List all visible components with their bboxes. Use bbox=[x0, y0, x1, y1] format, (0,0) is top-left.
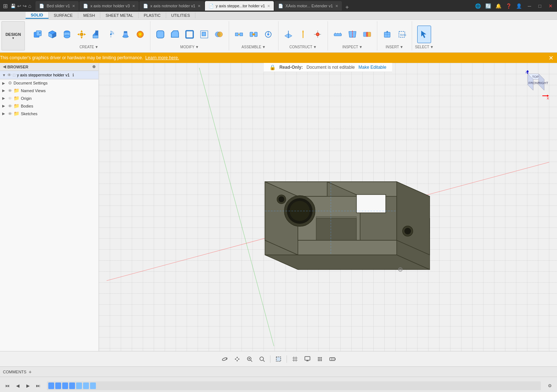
display-settings-button[interactable] bbox=[302, 354, 313, 364]
root-expand-icon[interactable]: ▼ bbox=[2, 73, 6, 77]
new-component-button[interactable] bbox=[31, 26, 45, 43]
browser-item-named-views[interactable]: ▶ 👁 📁 Named Views bbox=[0, 87, 98, 94]
sync-icon[interactable]: 🔄 bbox=[485, 3, 491, 9]
window-select-button[interactable] bbox=[273, 354, 284, 364]
globe-icon[interactable]: 🌐 bbox=[475, 3, 481, 9]
scale-button[interactable] bbox=[197, 26, 211, 43]
tab-solid[interactable]: SOLID bbox=[26, 12, 49, 19]
browser-add-icon[interactable]: ⊕ bbox=[92, 64, 96, 69]
close-button[interactable]: ✕ bbox=[547, 3, 554, 9]
fillet-button[interactable] bbox=[153, 26, 167, 43]
timeline-marker[interactable] bbox=[48, 382, 54, 389]
design-dropdown-button[interactable]: DESIGN ▼ bbox=[1, 21, 25, 50]
tab-sheet-metal[interactable]: SHEET METAL bbox=[100, 12, 138, 18]
select-dropdown-icon[interactable]: ▼ bbox=[430, 45, 434, 49]
home-icon[interactable]: ⌂ bbox=[28, 3, 31, 9]
cylinder-button[interactable] bbox=[60, 26, 74, 43]
browser-back-icon[interactable]: ◀ bbox=[3, 64, 6, 69]
timeline-marker[interactable] bbox=[90, 382, 96, 389]
viewport[interactable]: 🔒 Read-Only: Document is not editable Ma… bbox=[99, 63, 557, 351]
pan-button[interactable] bbox=[232, 354, 242, 364]
interference-button[interactable] bbox=[360, 26, 374, 43]
shell-button[interactable] bbox=[183, 26, 197, 43]
redo-icon[interactable]: ↪ bbox=[23, 3, 27, 9]
more-display-button[interactable] bbox=[327, 354, 337, 364]
tab-close-icon[interactable]: ✕ bbox=[72, 4, 75, 8]
browser-item-bodies[interactable]: ▶ 👁 📁 Bodies bbox=[0, 102, 98, 110]
app-grid-icon[interactable]: ⊞ bbox=[3, 3, 8, 10]
inspect-dropdown-icon[interactable]: ▼ bbox=[359, 45, 363, 49]
timeline-prev-button[interactable]: ◀ bbox=[13, 381, 22, 390]
timeline-marker[interactable] bbox=[83, 382, 89, 389]
tab-close-icon[interactable]: ✕ bbox=[267, 4, 270, 8]
tab-mesh[interactable]: MESH bbox=[78, 12, 101, 18]
joint-button[interactable] bbox=[232, 26, 246, 43]
browser-item-sketches[interactable]: ▶ 👁 📁 Sketches bbox=[0, 110, 98, 117]
timeline-settings-button[interactable]: ⚙ bbox=[545, 381, 554, 390]
tab-close-icon[interactable]: ✕ bbox=[198, 4, 201, 8]
insert-dropdown-icon[interactable]: ▼ bbox=[400, 45, 403, 49]
plane-button[interactable] bbox=[281, 26, 295, 43]
chamfer-button[interactable] bbox=[168, 26, 182, 43]
user-icon[interactable]: 👤 bbox=[516, 3, 522, 9]
insert-svg-button[interactable]: SVG bbox=[395, 26, 409, 43]
maximize-button[interactable]: □ bbox=[537, 3, 543, 9]
tab-y-stepper[interactable]: 📄 y axis steppe...tor holder v1 ✕ bbox=[205, 1, 274, 11]
combine-button[interactable] bbox=[212, 26, 226, 43]
loft-button[interactable] bbox=[119, 26, 132, 43]
tab-plastic[interactable]: PLASTIC bbox=[139, 12, 166, 18]
undo-icon[interactable]: ↩ bbox=[17, 3, 21, 9]
bell-icon[interactable]: 🔔 bbox=[496, 3, 501, 9]
notification-link[interactable]: Learn more here. bbox=[145, 55, 179, 60]
new-tab-button[interactable]: + bbox=[343, 4, 352, 11]
expand-icon[interactable]: ▶ bbox=[2, 81, 7, 85]
tab-xaxis-extender[interactable]: 📄 XAxis motor... Extender v1 ✕ bbox=[274, 1, 342, 11]
root-eye-icon[interactable]: 👁 bbox=[7, 73, 11, 77]
revolve-button[interactable] bbox=[104, 26, 118, 43]
expand-icon[interactable]: ▶ bbox=[2, 96, 7, 100]
tab-surface[interactable]: SURFACE bbox=[49, 12, 78, 18]
timeline-marker[interactable] bbox=[55, 382, 61, 389]
extrude-button[interactable] bbox=[89, 26, 103, 43]
notification-close-button[interactable]: ✕ bbox=[549, 54, 553, 61]
eye-icon[interactable]: 👁 bbox=[8, 88, 12, 93]
point-button[interactable] bbox=[311, 26, 325, 43]
modify-dropdown-icon[interactable]: ▼ bbox=[195, 45, 199, 49]
add-comment-button[interactable]: + bbox=[29, 369, 31, 375]
browser-item-origin[interactable]: ▶ 👁 📁 Origin bbox=[0, 94, 98, 102]
box-button[interactable] bbox=[45, 26, 59, 43]
make-editable-button[interactable]: Make Editable bbox=[359, 65, 386, 70]
drive-button[interactable] bbox=[261, 26, 275, 43]
timeline-start-button[interactable]: ⏮ bbox=[3, 381, 12, 390]
construct-dropdown-icon[interactable]: ▼ bbox=[313, 45, 317, 49]
move-button[interactable] bbox=[75, 26, 89, 43]
timeline-marker[interactable] bbox=[76, 382, 82, 389]
grid-toggle-button[interactable] bbox=[290, 354, 300, 364]
assemble-dropdown-icon[interactable]: ▼ bbox=[262, 45, 266, 49]
timeline-play-button[interactable]: ▶ bbox=[23, 381, 32, 390]
expand-icon[interactable]: ▶ bbox=[2, 104, 7, 108]
root-info-icon[interactable]: ℹ bbox=[72, 73, 74, 78]
tab-close-icon[interactable]: ✕ bbox=[335, 4, 338, 8]
minimize-button[interactable]: ─ bbox=[526, 3, 532, 9]
zoom-button[interactable] bbox=[244, 354, 255, 364]
nav-cube[interactable]: X TOP FRONT RIGHT Z bbox=[520, 70, 550, 99]
eye-icon[interactable]: 👁 bbox=[8, 96, 12, 101]
tab-x-motor[interactable]: 📄 x axis motor holder v3 ✕ bbox=[79, 1, 139, 11]
measure-button[interactable] bbox=[331, 26, 345, 43]
eye-icon[interactable]: 👁 bbox=[8, 104, 12, 108]
browser-item-document-settings[interactable]: ▶ ⚙ Document Settings bbox=[0, 79, 98, 87]
timeline-end-button[interactable]: ⏭ bbox=[34, 381, 42, 390]
browser-root-item[interactable]: ▼ 👁 □ y axis steppermotor holder v1 ℹ bbox=[0, 71, 98, 79]
timeline-track[interactable] bbox=[47, 381, 541, 390]
create-dropdown-icon[interactable]: ▼ bbox=[95, 45, 98, 49]
rigid-group-button[interactable] bbox=[247, 26, 261, 43]
pattern-button[interactable] bbox=[133, 26, 147, 43]
tab-utilities[interactable]: UTILITIES bbox=[166, 12, 195, 18]
axis-button[interactable] bbox=[296, 26, 310, 43]
select-button[interactable] bbox=[417, 26, 431, 43]
eye-icon[interactable]: 👁 bbox=[8, 112, 12, 116]
tab-bed-slider[interactable]: 📄 Bed slider v1 ✕ bbox=[35, 1, 79, 11]
grid-snap-button[interactable] bbox=[315, 354, 325, 364]
fit-button[interactable] bbox=[257, 354, 267, 364]
